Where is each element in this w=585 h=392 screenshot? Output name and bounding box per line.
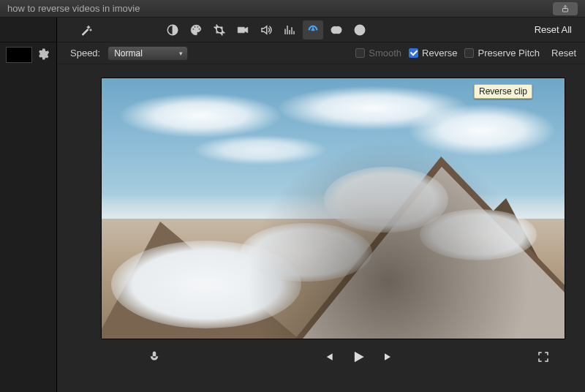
clip-settings-button[interactable] — [37, 48, 50, 63]
equalizer-icon — [283, 23, 296, 37]
chevron-down-icon: ▾ — [179, 50, 183, 57]
noise-eq-button[interactable] — [279, 20, 300, 39]
video-camera-icon — [236, 23, 249, 37]
window-title: how to reverse videos in imovie — [7, 3, 140, 14]
volume-button[interactable] — [256, 20, 276, 39]
contrast-icon — [166, 23, 179, 37]
share-icon — [561, 4, 570, 13]
preserve-pitch-checkbox-wrap[interactable]: Preserve Pitch — [464, 48, 540, 59]
reverse-tooltip: Reverse clip — [474, 84, 532, 99]
reset-all-button[interactable]: Reset All — [532, 24, 575, 35]
speed-panel-button[interactable] — [303, 20, 323, 39]
share-button[interactable] — [553, 2, 578, 15]
magic-wand-icon — [80, 23, 93, 37]
play-icon — [350, 349, 366, 365]
reverse-label: Reverse — [422, 48, 457, 59]
speed-select-value: Normal — [114, 48, 143, 59]
fullscreen-button[interactable] — [537, 350, 550, 366]
reverse-checkbox[interactable] — [409, 48, 418, 58]
preserve-pitch-checkbox[interactable] — [464, 48, 474, 58]
preserve-pitch-label: Preserve Pitch — [478, 48, 540, 59]
crop-button[interactable] — [209, 20, 230, 39]
svg-point-3 — [335, 26, 341, 33]
crop-icon — [213, 23, 226, 37]
color-correction-button[interactable] — [186, 20, 206, 39]
skip-back-icon — [322, 351, 334, 363]
microphone-icon — [148, 350, 161, 364]
info-icon — [353, 23, 366, 37]
fullscreen-icon — [537, 350, 550, 363]
library-sidebar — [0, 18, 57, 392]
auto-enhance-button[interactable] — [76, 20, 97, 39]
info-button[interactable] — [350, 20, 370, 39]
color-balance-button[interactable] — [162, 20, 183, 39]
speedometer-icon — [306, 23, 320, 37]
speed-label: Speed: — [70, 48, 100, 59]
play-button[interactable] — [350, 349, 366, 367]
smooth-checkbox — [355, 48, 365, 58]
prev-frame-button[interactable] — [322, 351, 334, 365]
palette-icon — [189, 23, 203, 37]
adjustments-toolbar: Reset All — [57, 18, 585, 42]
smooth-checkbox-wrap: Smooth — [355, 48, 401, 59]
gear-icon — [37, 48, 50, 61]
overlap-circles-icon — [330, 23, 343, 37]
playback-bar — [101, 339, 570, 376]
skip-forward-icon — [382, 351, 394, 363]
stabilization-button[interactable] — [233, 20, 253, 39]
speed-controls-row: Speed: Normal ▾ Smooth Reverse Preserve … — [57, 42, 585, 64]
volume-icon — [260, 23, 273, 37]
preview-frame-image — [102, 78, 565, 339]
preview-viewer[interactable]: Reverse clip — [101, 78, 565, 339]
window-titlebar: how to reverse videos in imovie — [0, 0, 585, 18]
next-frame-button[interactable] — [382, 351, 394, 365]
reverse-checkbox-wrap[interactable]: Reverse — [409, 48, 457, 59]
smooth-label: Smooth — [369, 48, 401, 59]
video-overlay-button[interactable] — [326, 20, 347, 39]
voiceover-record-button[interactable] — [148, 350, 161, 366]
speed-select[interactable]: Normal ▾ — [107, 46, 188, 61]
clip-thumbnail[interactable] — [6, 47, 32, 63]
speed-reset-button[interactable]: Reset — [551, 48, 576, 59]
